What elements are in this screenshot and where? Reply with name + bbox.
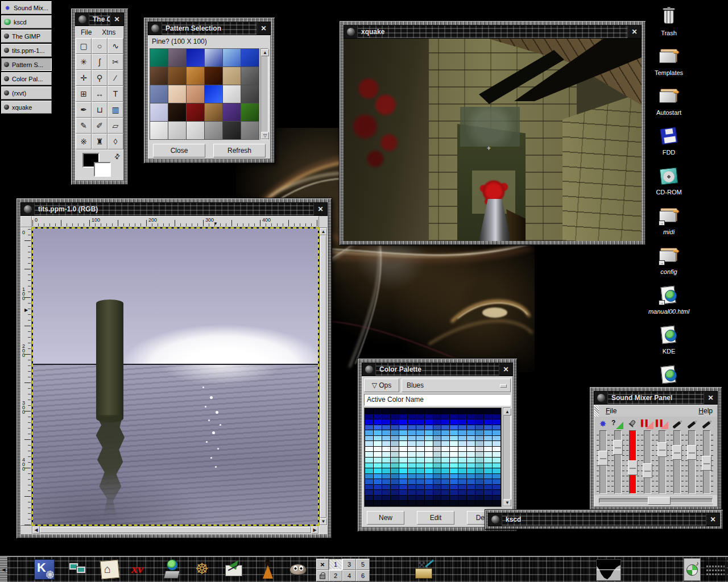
palette-cell[interactable] — [374, 485, 382, 490]
window-menu-button[interactable] — [594, 392, 608, 404]
pattern-swatch[interactable] — [241, 85, 259, 103]
palette-cell[interactable] — [374, 501, 382, 506]
palette-cell[interactable] — [458, 425, 466, 430]
task-button[interactable]: xquake — [1, 101, 52, 114]
palette-cell[interactable] — [374, 409, 382, 414]
new-button[interactable]: New — [367, 511, 404, 525]
ruler-corner[interactable] — [20, 216, 32, 227]
palette-cell[interactable] — [433, 436, 441, 441]
palette-cell[interactable] — [374, 468, 382, 473]
home-icon[interactable]: ⌂ — [98, 558, 121, 581]
pattern-swatch[interactable] — [150, 122, 168, 139]
pattern-swatch[interactable] — [150, 103, 168, 121]
question-triangle-icon[interactable]: ? — [611, 419, 624, 430]
palette-cell[interactable] — [425, 409, 433, 414]
palette-cell[interactable] — [382, 458, 390, 463]
palette-cell[interactable] — [493, 490, 500, 495]
toolbox-launcher-icon[interactable]: ⚒ — [413, 558, 436, 581]
palette-cell[interactable] — [365, 474, 373, 479]
palette-cell[interactable] — [484, 414, 492, 419]
task-button[interactable]: kscd — [1, 15, 52, 28]
ellipse-select-tool-icon[interactable]: ○ — [92, 38, 107, 54]
palette-cell[interactable] — [467, 496, 475, 501]
palette-cell[interactable] — [441, 414, 449, 419]
palette-cell[interactable] — [467, 485, 475, 490]
palette-cell[interactable] — [441, 501, 449, 506]
color-name-input[interactable]: Active Color Name — [364, 394, 511, 406]
palette-cell[interactable] — [458, 496, 466, 501]
palette-cell[interactable] — [374, 490, 382, 495]
palette-cell[interactable] — [475, 496, 483, 501]
channel-slider[interactable] — [596, 430, 610, 494]
palette-cell[interactable] — [416, 463, 424, 468]
pattern-swatch[interactable] — [241, 49, 259, 66]
palette-cell[interactable] — [493, 463, 500, 468]
close-icon[interactable]: ✕ — [313, 203, 327, 215]
palette-cell[interactable] — [408, 485, 416, 490]
pattern-swatch[interactable] — [205, 122, 222, 139]
palette-cell[interactable] — [475, 490, 483, 495]
palette-cell[interactable] — [475, 463, 483, 468]
scroll-right-icon[interactable]: ▶ — [311, 526, 318, 534]
palette-cell[interactable] — [493, 479, 500, 484]
palette-cell[interactable] — [467, 419, 475, 425]
slider-knob[interactable] — [702, 456, 712, 471]
computers-icon[interactable] — [67, 558, 90, 581]
palette-cell[interactable] — [493, 496, 500, 501]
palette-cell[interactable] — [484, 501, 492, 506]
swap-colors-icon[interactable]: ⇄ — [112, 151, 122, 161]
convolve-blur-tool-icon[interactable]: ◊ — [107, 134, 123, 149]
palette-cell[interactable] — [416, 479, 424, 484]
palette-cell[interactable] — [450, 496, 458, 501]
palette-cell[interactable] — [450, 414, 458, 419]
palette-cell[interactable] — [458, 436, 466, 441]
pager-desktop-1[interactable]: 1 — [329, 559, 342, 570]
palette-cell[interactable] — [433, 496, 441, 501]
palette-cell[interactable] — [425, 419, 433, 425]
palette-titlebar[interactable]: Color Palette ✕ — [362, 363, 513, 376]
desktop-icon-Autostart[interactable]: ➥Autostart — [643, 86, 695, 126]
task-button[interactable]: Pattern S... — [1, 58, 52, 71]
pattern-swatch[interactable] — [168, 85, 186, 103]
palette-cell[interactable] — [391, 447, 399, 452]
palette-cell[interactable] — [408, 425, 416, 430]
palette-cell[interactable] — [382, 452, 390, 457]
pattern-swatch[interactable] — [205, 67, 222, 85]
palette-cell[interactable] — [382, 501, 390, 506]
channel-slider[interactable] — [640, 430, 654, 494]
image-canvas[interactable] — [32, 227, 319, 526]
scroll-up-icon[interactable]: ▲ — [261, 49, 269, 56]
palette-cell[interactable] — [399, 501, 407, 506]
palette-cell[interactable] — [467, 468, 475, 473]
slider-knob[interactable] — [628, 460, 638, 475]
palette-cell[interactable] — [365, 468, 373, 473]
pattern-swatch[interactable] — [241, 103, 259, 121]
desktop-icon-manual00.html[interactable]: →manual00.html — [643, 285, 695, 325]
palette-cell[interactable] — [399, 419, 407, 425]
palette-cell[interactable] — [425, 474, 433, 479]
desktop-icon-CD-ROM[interactable]: CD-ROM — [643, 166, 695, 206]
palette-cell[interactable] — [391, 452, 399, 457]
palette-cell[interactable] — [382, 436, 390, 441]
close-icon[interactable]: ✕ — [110, 13, 123, 26]
slider-knob[interactable] — [643, 463, 652, 478]
palette-cell[interactable] — [374, 414, 382, 419]
palette-cell[interactable] — [425, 479, 433, 484]
palette-cell[interactable] — [416, 485, 424, 490]
palette-cell[interactable] — [365, 479, 373, 484]
palette-cell[interactable] — [484, 447, 492, 452]
palette-cell[interactable] — [484, 430, 492, 435]
palette-cell[interactable] — [484, 474, 492, 479]
palette-cell[interactable] — [493, 485, 500, 490]
palette-cell[interactable] — [399, 479, 407, 484]
palette-cell[interactable] — [458, 409, 466, 414]
palette-select[interactable]: Blues — [402, 379, 511, 392]
window-menu-button[interactable] — [489, 513, 502, 526]
palette-cell[interactable] — [391, 474, 399, 479]
palette-cell[interactable] — [391, 441, 399, 446]
quake-game-view[interactable]: + — [344, 39, 642, 241]
palette-cell[interactable] — [391, 485, 399, 490]
juggler-icon[interactable] — [256, 558, 279, 581]
palette-cell[interactable] — [382, 409, 390, 414]
window-menu-button[interactable] — [148, 22, 162, 35]
